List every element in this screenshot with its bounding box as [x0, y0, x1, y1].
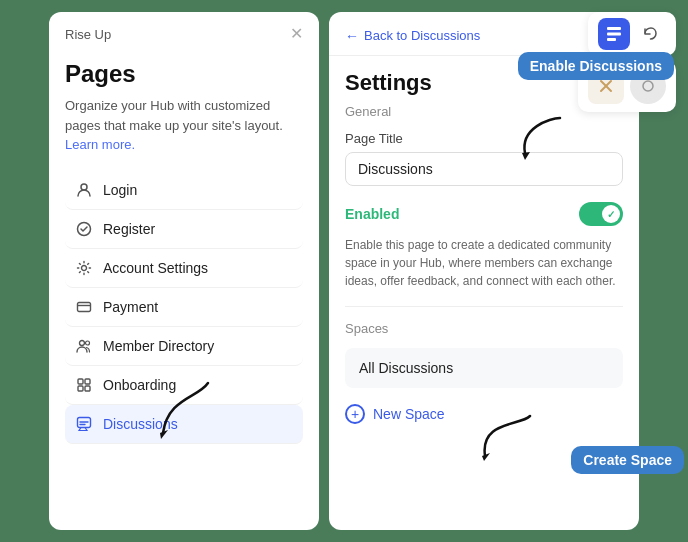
undo-icon-button[interactable]	[634, 18, 666, 50]
nav-item-onboarding-label: Onboarding	[103, 377, 176, 393]
pages-icon-button[interactable]	[598, 18, 630, 50]
back-arrow-icon: ←	[345, 28, 359, 44]
chat-icon	[75, 415, 93, 433]
svg-point-16	[643, 81, 653, 91]
nav-item-payment[interactable]: Payment	[65, 288, 303, 327]
svg-rect-9	[85, 386, 90, 391]
check-circle-icon	[75, 220, 93, 238]
grid-icon	[75, 376, 93, 394]
nav-item-discussions-label: Discussions	[103, 416, 178, 432]
enabled-label: Enabled	[345, 206, 399, 222]
enabled-toggle[interactable]	[579, 202, 623, 226]
spaces-section: Spaces All Discussions + New Space	[345, 306, 623, 430]
svg-rect-8	[78, 386, 83, 391]
nav-item-register-label: Register	[103, 221, 155, 237]
page-title-field: Page Title	[345, 131, 623, 186]
learn-more-link[interactable]: Learn more.	[65, 137, 135, 152]
toolbar	[588, 12, 676, 56]
nav-item-payment-label: Payment	[103, 299, 158, 315]
back-to-discussions-link[interactable]: ← Back to Discussions	[345, 28, 480, 44]
svg-point-0	[81, 184, 87, 190]
widget-x-button[interactable]	[588, 68, 624, 104]
nav-item-login[interactable]: Login	[65, 171, 303, 210]
nav-item-onboarding[interactable]: Onboarding	[65, 366, 303, 405]
left-panel: Rise Up ✕ Pages Organize your Hub with c…	[49, 12, 319, 530]
svg-rect-6	[78, 379, 83, 384]
enabled-toggle-row: Enabled	[345, 202, 623, 226]
svg-rect-3	[78, 302, 91, 311]
nav-item-account-settings-label: Account Settings	[103, 260, 208, 276]
new-space-button[interactable]: + New Space	[345, 398, 445, 430]
svg-point-2	[82, 265, 87, 270]
plus-icon: +	[345, 404, 365, 424]
svg-rect-13	[607, 38, 616, 41]
nav-item-login-label: Login	[103, 182, 137, 198]
pages-title: Pages	[65, 60, 303, 88]
app-name: Rise Up	[65, 27, 111, 42]
svg-rect-12	[607, 33, 621, 36]
pages-description: Organize your Hub with customized pages …	[65, 96, 303, 155]
gear-icon	[75, 259, 93, 277]
all-discussions-item[interactable]: All Discussions	[345, 348, 623, 388]
toggle-knob	[602, 205, 620, 223]
nav-list: Login Register	[65, 171, 303, 444]
svg-rect-7	[85, 379, 90, 384]
people-icon	[75, 337, 93, 355]
widget-circle-button[interactable]	[630, 68, 666, 104]
nav-item-member-directory[interactable]: Member Directory	[65, 327, 303, 366]
enabled-description: Enable this page to create a dedicated c…	[345, 236, 623, 290]
person-icon	[75, 181, 93, 199]
spaces-label: Spaces	[345, 321, 623, 336]
back-link-label: Back to Discussions	[364, 28, 480, 43]
svg-point-4	[80, 340, 85, 345]
svg-point-5	[86, 341, 90, 345]
left-panel-body: Pages Organize your Hub with customized …	[49, 50, 319, 530]
left-panel-header: Rise Up ✕	[49, 12, 319, 50]
nav-item-discussions[interactable]: Discussions	[65, 405, 303, 444]
left-panel-close-button[interactable]: ✕	[290, 26, 303, 42]
new-space-label: New Space	[373, 406, 445, 422]
settings-body: General Page Title Enabled Enable this p…	[329, 100, 639, 530]
nav-item-member-directory-label: Member Directory	[103, 338, 214, 354]
top-widget	[578, 60, 676, 112]
page-title-input[interactable]	[345, 152, 623, 186]
svg-rect-11	[607, 27, 621, 30]
nav-item-account-settings[interactable]: Account Settings	[65, 249, 303, 288]
page-title-label: Page Title	[345, 131, 623, 146]
nav-item-register[interactable]: Register	[65, 210, 303, 249]
card-icon	[75, 298, 93, 316]
